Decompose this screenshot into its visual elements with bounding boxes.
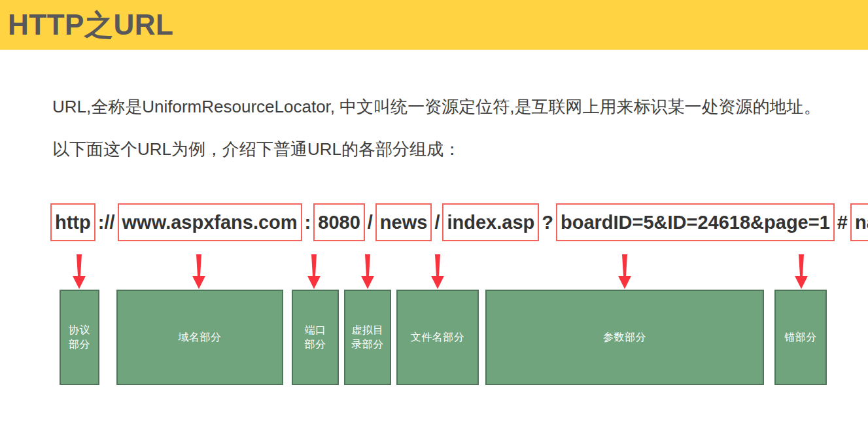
url-segment-parameters: boardID=5&ID=24618&page=1 bbox=[556, 203, 835, 241]
intro-paragraph: URL,全称是UniformResourceLocator, 中文叫统一资源定位… bbox=[52, 95, 820, 118]
block-label-line: 录部分 bbox=[351, 337, 384, 352]
url-separator-slash-1: / bbox=[365, 202, 375, 243]
block-label-line: 虚拟目 bbox=[351, 323, 384, 337]
block-port: 端口 部分 bbox=[292, 290, 339, 385]
url-segment-port: 8080 bbox=[313, 203, 365, 241]
down-arrow-icon bbox=[430, 254, 445, 290]
block-label-line: 部分 bbox=[305, 337, 326, 352]
page: HTTP之URL URL,全称是UniformResourceLocator, … bbox=[0, 0, 868, 423]
header-bar: HTTP之URL bbox=[0, 0, 868, 50]
block-protocol: 协议 部分 bbox=[60, 290, 99, 385]
url-segment-protocol: http bbox=[50, 203, 95, 241]
block-label-line: 域名部分 bbox=[179, 330, 222, 345]
url-segment-virtual-directory: news bbox=[375, 203, 432, 241]
block-parameters: 参数部分 bbox=[485, 290, 764, 385]
url-separator-colon: : bbox=[302, 202, 314, 243]
block-label-line: 参数部分 bbox=[603, 330, 646, 345]
url-separator-scheme: :// bbox=[95, 202, 118, 243]
block-label-line: 文件名部分 bbox=[411, 330, 465, 345]
example-lead-paragraph: 以下面这个URL为例，介绍下普通URL的各部分组成： bbox=[52, 138, 460, 161]
down-arrow-icon bbox=[360, 254, 375, 290]
url-segment-anchor: name bbox=[850, 203, 868, 241]
block-label-line: 锚部分 bbox=[784, 330, 817, 345]
block-anchor: 锚部分 bbox=[774, 290, 827, 385]
url-example: http :// www.aspxfans.com : 8080 / news … bbox=[50, 202, 868, 243]
url-separator-slash-2: / bbox=[432, 202, 442, 243]
block-label-line: 部分 bbox=[69, 337, 90, 352]
url-segment-filename: index.asp bbox=[442, 203, 539, 241]
url-segment-domain: www.aspxfans.com bbox=[118, 203, 302, 241]
page-title: HTTP之URL bbox=[0, 6, 173, 44]
block-domain: 域名部分 bbox=[116, 290, 283, 385]
down-arrow-icon bbox=[307, 254, 321, 290]
down-arrow-icon bbox=[617, 254, 632, 290]
block-label-line: 端口 bbox=[305, 323, 326, 337]
down-arrow-icon bbox=[192, 254, 206, 290]
block-label-line: 协议 bbox=[69, 323, 90, 337]
block-virtual-directory: 虚拟目 录部分 bbox=[344, 290, 391, 385]
url-separator-hash: # bbox=[835, 202, 850, 243]
down-arrow-icon bbox=[794, 254, 808, 290]
down-arrow-icon bbox=[72, 254, 86, 290]
url-separator-question-mark: ? bbox=[539, 202, 556, 243]
block-filename: 文件名部分 bbox=[396, 290, 479, 385]
